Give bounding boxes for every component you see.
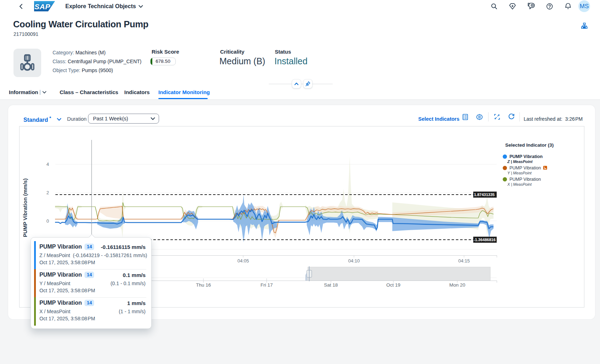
svg-text:-1.36486816: -1.36486816	[474, 238, 496, 242]
svg-text:Sat 18: Sat 18	[324, 282, 338, 288]
svg-text:Oct 19: Oct 19	[386, 282, 400, 288]
svg-text:4: 4	[47, 162, 49, 167]
svg-text:0: 0	[47, 218, 49, 224]
svg-text:04:05: 04:05	[238, 258, 249, 264]
svg-text:2: 2	[47, 190, 49, 195]
svg-text:SAP: SAP	[34, 2, 50, 11]
svg-text:Mon 20: Mon 20	[449, 282, 465, 288]
svg-text:Thu 16: Thu 16	[196, 282, 211, 288]
svg-text:Fri 17: Fri 17	[261, 282, 273, 288]
svg-text:PUMP Vibration (mm/s): PUMP Vibration (mm/s)	[22, 178, 28, 237]
svg-text:04:10: 04:10	[348, 258, 360, 264]
svg-text:1.87431335: 1.87431335	[474, 192, 495, 197]
svg-text:04:15: 04:15	[458, 258, 470, 264]
